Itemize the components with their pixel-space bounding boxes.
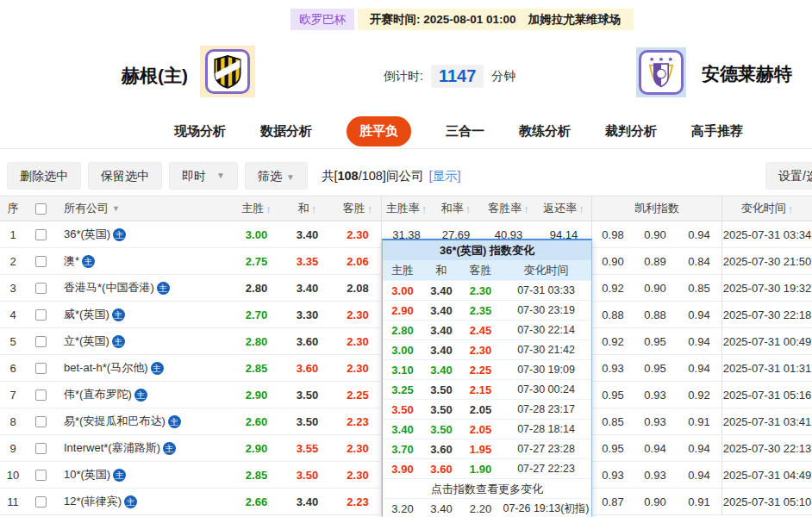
company-name[interactable]: 立*(英国) — [64, 333, 109, 349]
away-odds[interactable]: 2.25 — [334, 382, 382, 408]
home-odds[interactable]: 2.90 — [233, 435, 280, 461]
header-change-time[interactable]: 变化时间↑ — [722, 196, 812, 221]
kelly-draw: 0.90 — [634, 275, 677, 301]
home-odds[interactable]: 2.90 — [233, 382, 280, 408]
header-home-rate[interactable]: 主胜率↑ — [382, 196, 431, 221]
home-odds[interactable]: 2.66 — [233, 489, 280, 514]
header-draw-rate[interactable]: 和率↑ — [431, 196, 481, 221]
row-index: 8 — [0, 408, 26, 434]
away-odds[interactable]: 2.30 — [334, 462, 382, 488]
draw-odds[interactable]: 3.50 — [280, 408, 334, 434]
header-kelly-index: 凯利指数 — [592, 196, 722, 221]
header-company[interactable]: 所有公司▼ — [55, 196, 233, 221]
row-checkbox[interactable] — [35, 363, 47, 374]
header-home-odds[interactable]: 主胜↑ — [233, 196, 280, 221]
company-name[interactable]: Interwet*(塞浦路斯) — [64, 440, 160, 456]
row-checkbox[interactable] — [35, 496, 47, 508]
delete-selected-button[interactable]: 删除选中 — [7, 162, 81, 190]
popup-away-odds: 1.95 — [460, 443, 501, 456]
settings-select-button[interactable]: 设置/选择 — [765, 162, 812, 190]
row-checkbox[interactable] — [35, 256, 47, 267]
draw-odds[interactable]: 3.40 — [280, 489, 334, 514]
company-name[interactable]: 香港马*(中国香港) — [64, 280, 154, 296]
away-odds[interactable]: 2.30 — [334, 302, 382, 327]
row-checkbox[interactable] — [35, 229, 47, 240]
home-odds[interactable]: 2.80 — [233, 328, 280, 354]
row-checkbox[interactable] — [35, 416, 47, 427]
row-checkbox[interactable] — [35, 309, 47, 321]
row-checkbox[interactable] — [35, 443, 47, 454]
away-odds[interactable]: 2.06 — [334, 248, 382, 274]
live-odds-dropdown[interactable]: 即时▼ — [169, 162, 238, 190]
company-name[interactable]: 10*(英国) — [64, 467, 110, 483]
home-odds[interactable]: 3.00 — [233, 221, 280, 247]
away-odds[interactable]: 2.08 — [334, 275, 382, 301]
draw-odds[interactable]: 3.55 — [280, 435, 334, 461]
header-draw-odds[interactable]: 和↑ — [280, 196, 334, 221]
popup-more-link[interactable]: 点击指数查看更多变化 — [383, 478, 591, 498]
initial-away-odds: 2.20 — [460, 502, 501, 515]
home-odds[interactable]: 2.85 — [233, 355, 280, 381]
row-checkbox[interactable] — [35, 283, 47, 294]
draw-odds[interactable]: 3.60 — [280, 355, 334, 381]
row-index: 7 — [0, 382, 26, 408]
company-name[interactable]: 伟*(直布罗陀) — [64, 387, 132, 402]
away-odds[interactable]: 2.23 — [334, 408, 382, 434]
tab-data-analysis[interactable]: 数据分析 — [260, 123, 312, 140]
company-name[interactable]: 易*(安提瓜和巴布达) — [64, 414, 166, 429]
select-all-checkbox[interactable] — [35, 203, 47, 215]
header-away-rate[interactable]: 客胜率↑ — [481, 196, 536, 221]
away-odds[interactable]: 2.23 — [334, 489, 382, 514]
row-checkbox-cell — [26, 248, 55, 274]
tab-three-in-one[interactable]: 三合一 — [446, 123, 484, 140]
change-time: 2025-07-31 05:16 — [722, 382, 812, 408]
company-cell: bet-at-h*(马尔他)主 — [55, 355, 233, 381]
row-checkbox[interactable] — [35, 389, 47, 401]
draw-odds[interactable]: 3.50 — [280, 462, 334, 488]
header-return-rate[interactable]: 返还率↑ — [536, 196, 592, 221]
row-checkbox-cell — [26, 462, 55, 488]
draw-odds[interactable]: 3.40 — [280, 275, 334, 301]
company-name[interactable]: 澳* — [64, 253, 79, 269]
away-odds[interactable]: 2.30 — [334, 328, 382, 354]
home-odds[interactable]: 2.75 — [233, 248, 280, 274]
away-odds[interactable]: 2.30 — [334, 355, 382, 381]
popup-row: 3.703.601.9507-27 23:28 — [383, 439, 591, 458]
home-odds[interactable]: 2.85 — [233, 462, 280, 488]
company-name[interactable]: bet-at-h*(马尔他) — [64, 360, 148, 376]
draw-odds[interactable]: 3.40 — [280, 221, 334, 247]
draw-odds[interactable]: 3.30 — [280, 302, 334, 327]
filter-dropdown[interactable]: 筛选▼ — [245, 162, 308, 190]
home-odds[interactable]: 2.60 — [233, 408, 280, 434]
home-odds[interactable]: 2.80 — [233, 275, 280, 301]
away-odds[interactable]: 2.30 — [334, 435, 382, 461]
row-checkbox[interactable] — [35, 470, 47, 481]
row-checkbox-cell — [26, 489, 55, 514]
countdown-value: 1147 — [439, 66, 476, 85]
row-checkbox[interactable] — [35, 336, 47, 347]
keep-selected-button[interactable]: 保留选中 — [88, 162, 162, 190]
tab-expert-picks[interactable]: 高手推荐 — [691, 123, 743, 140]
home-odds[interactable]: 2.70 — [233, 302, 280, 327]
popup-home-odds: 3.50 — [383, 403, 422, 416]
draw-odds[interactable]: 3.60 — [280, 328, 334, 354]
header-away-odds[interactable]: 客胜↑ — [334, 196, 382, 221]
tab-coach-analysis[interactable]: 教练分析 — [519, 123, 571, 140]
company-name[interactable]: 威*(英国) — [64, 307, 109, 322]
draw-odds[interactable]: 3.35 — [280, 248, 334, 274]
company-name[interactable]: 12*(菲律宾) — [64, 494, 122, 509]
tab-live-analysis[interactable]: 现场分析 — [174, 123, 226, 140]
tab-win-draw-lose[interactable]: 胜平负 — [347, 116, 411, 146]
popup-header-draw: 和 — [422, 263, 460, 278]
show-link[interactable]: [显示] — [428, 169, 460, 183]
popup-away-odds: 2.15 — [460, 383, 501, 396]
row-checkbox-cell — [26, 435, 55, 461]
sort-up-icon: ↑ — [523, 202, 529, 215]
draw-odds[interactable]: 3.50 — [280, 382, 334, 408]
kelly-home: 0.93 — [592, 355, 634, 381]
initial-change-time: 07-26 19:13(初指) — [501, 501, 591, 516]
away-odds[interactable]: 2.30 — [334, 221, 382, 247]
away-team-logo — [636, 47, 686, 97]
company-name[interactable]: 36*(英国) — [64, 227, 110, 242]
tab-referee-analysis[interactable]: 裁判分析 — [605, 123, 657, 140]
